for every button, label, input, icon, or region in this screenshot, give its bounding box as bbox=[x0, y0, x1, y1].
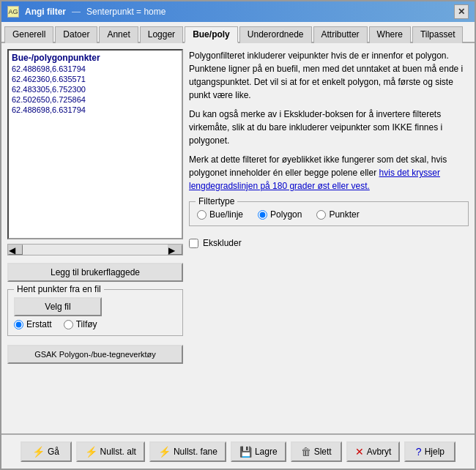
tab-bar: Generell Datoer Annet Logger Bue/poly Un… bbox=[1, 22, 475, 43]
app-icon: AG bbox=[7, 6, 19, 18]
cancel-icon: ✕ bbox=[355, 446, 364, 458]
exclude-label: Ekskluder bbox=[203, 238, 242, 248]
exclude-row: Ekskluder bbox=[189, 238, 469, 248]
polygon-points-list[interactable]: Bue-/polygonpunkter 62.488698,6.631794 6… bbox=[7, 49, 183, 239]
add-flag-button[interactable]: Legg til brukerflaggede bbox=[7, 263, 183, 282]
choose-file-button[interactable]: Velg fil bbox=[14, 297, 102, 316]
description-para1: Polygonfilteret inkluderer veipunkter hv… bbox=[189, 49, 469, 102]
description-para3: Merk at dette filteret for øyeblikket ik… bbox=[189, 153, 469, 193]
save-button[interactable]: 💾 Lagre bbox=[231, 441, 286, 462]
tab-where[interactable]: Where bbox=[369, 26, 411, 43]
tab-generell[interactable]: Generell bbox=[4, 26, 53, 43]
bottom-bar: ⚡ Gå ⚡ Nullst. alt ⚡ Nullst. fane 💾 Lagr… bbox=[1, 433, 475, 469]
description-para2: Du kan også merke av i Ekskluder-boksen … bbox=[189, 108, 469, 147]
right-panel: Polygonfilteret inkluderer veipunkter hv… bbox=[189, 49, 469, 428]
tab-bue-poly[interactable]: Bue/poly bbox=[185, 26, 238, 43]
gsak-tool-button[interactable]: GSAK Polygon-/bue-tegneverktøy bbox=[7, 345, 183, 364]
close-button[interactable]: ✕ bbox=[454, 4, 469, 19]
go-label: Gå bbox=[48, 447, 59, 457]
reset-tab-button[interactable]: ⚡ Nullst. fane bbox=[149, 441, 226, 462]
delete-button[interactable]: 🗑 Slett bbox=[291, 441, 342, 462]
list-item[interactable]: 62.462360,6.635571 bbox=[10, 74, 180, 84]
scroll-right-btn[interactable]: ▶ bbox=[168, 245, 182, 255]
help-icon: ? bbox=[416, 446, 422, 458]
horizontal-scrollbar[interactable]: ◀ ▶ bbox=[7, 244, 183, 255]
reset-all-icon: ⚡ bbox=[85, 446, 97, 458]
reset-all-button[interactable]: ⚡ Nullst. alt bbox=[76, 441, 145, 462]
list-item[interactable]: 62.502650,6.725864 bbox=[10, 94, 180, 105]
main-window: AG Angi filter — Senterpunkt = home ✕ Ge… bbox=[0, 0, 476, 470]
content-area: Bue-/polygonpunkter 62.488698,6.631794 6… bbox=[1, 43, 475, 433]
save-icon: 💾 bbox=[239, 446, 252, 458]
filter-polygon-radio[interactable]: Polygon bbox=[258, 209, 302, 220]
title-bar: AG Angi filter — Senterpunkt = home ✕ bbox=[1, 1, 475, 22]
tab-attributter[interactable]: Attributter bbox=[313, 26, 368, 43]
reset-tab-label: Nullst. fane bbox=[174, 447, 217, 457]
cancel-button[interactable]: ✕ Avbryt bbox=[346, 441, 401, 462]
help-button[interactable]: ? Hjelp bbox=[404, 441, 455, 462]
tab-tilpasset[interactable]: Tilpasset bbox=[412, 26, 464, 43]
list-item[interactable]: 62.488698,6.631794 bbox=[10, 64, 180, 74]
list-header: Bue-/polygonpunkter bbox=[10, 52, 180, 64]
left-panel: Bue-/polygonpunkter 62.488698,6.631794 6… bbox=[7, 49, 183, 428]
tab-datoer[interactable]: Datoer bbox=[55, 26, 97, 43]
filter-line-radio[interactable]: Bue/linje bbox=[197, 209, 243, 220]
reset-tab-icon: ⚡ bbox=[158, 446, 171, 458]
help-label: Hjelp bbox=[425, 447, 445, 457]
go-button[interactable]: ⚡ Gå bbox=[21, 441, 72, 462]
file-group-label: Hent punkter fra en fil bbox=[14, 284, 104, 294]
file-group: Hent punkter fra en fil Velg fil Erstatt… bbox=[7, 289, 183, 336]
delete-icon: 🗑 bbox=[301, 446, 311, 458]
list-item[interactable]: 62.483305,6.752300 bbox=[10, 84, 180, 94]
delete-label: Slett bbox=[314, 447, 332, 457]
tab-logger[interactable]: Logger bbox=[140, 26, 183, 43]
add-radio[interactable]: Tilføy bbox=[64, 319, 97, 329]
go-icon: ⚡ bbox=[32, 446, 45, 458]
reset-all-label: Nullst. alt bbox=[100, 447, 136, 457]
window-title: Angi filter bbox=[25, 7, 66, 17]
filter-type-group: Filtertype Bue/linje Polygon Punkter bbox=[189, 201, 469, 226]
scroll-left-btn[interactable]: ◀ bbox=[8, 245, 23, 255]
save-label: Lagre bbox=[255, 447, 278, 457]
exclude-checkbox[interactable] bbox=[189, 239, 198, 248]
window-subtitle: Senterpunkt = home bbox=[86, 7, 166, 17]
filter-points-radio[interactable]: Punkter bbox=[316, 209, 359, 220]
list-item[interactable]: 62.488698,6.631794 bbox=[10, 105, 180, 115]
tab-underordnede[interactable]: Underordnede bbox=[239, 26, 312, 43]
tab-annet[interactable]: Annet bbox=[99, 26, 138, 43]
replace-radio[interactable]: Erstatt bbox=[14, 319, 52, 329]
filter-group-label: Filtertype bbox=[196, 196, 237, 206]
cancel-label: Avbryt bbox=[367, 447, 392, 457]
